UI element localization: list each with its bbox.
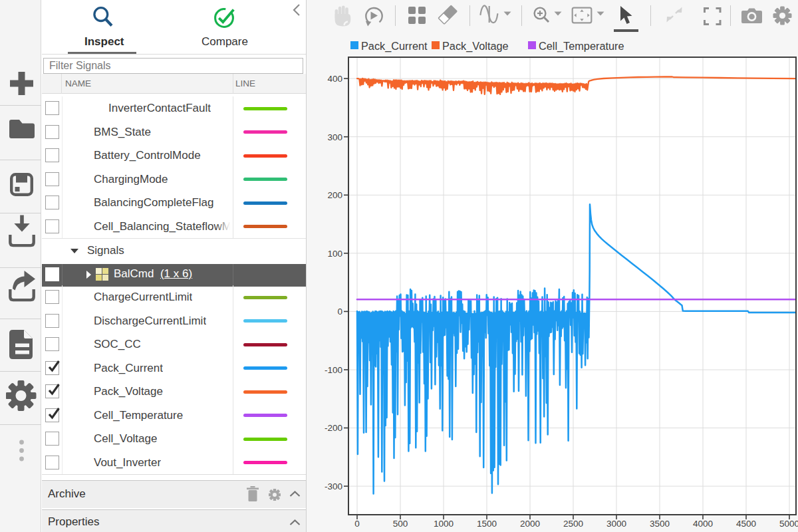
svg-text:-200: -200 <box>325 423 342 433</box>
svg-text:1000: 1000 <box>434 519 454 529</box>
svg-text:2500: 2500 <box>563 519 583 529</box>
svg-text:100: 100 <box>327 249 342 259</box>
svg-text:1500: 1500 <box>477 519 497 529</box>
svg-text:300: 300 <box>327 132 342 142</box>
svg-text:400: 400 <box>327 74 342 84</box>
svg-text:4500: 4500 <box>736 519 756 529</box>
svg-text:0: 0 <box>337 307 342 317</box>
svg-text:200: 200 <box>327 190 342 200</box>
svg-text:500: 500 <box>393 519 408 529</box>
svg-text:-300: -300 <box>325 481 342 491</box>
svg-text:-100: -100 <box>325 365 342 375</box>
svg-text:5000: 5000 <box>779 519 798 529</box>
svg-text:3500: 3500 <box>650 519 670 529</box>
svg-text:2000: 2000 <box>520 519 540 529</box>
svg-text:4000: 4000 <box>693 519 713 529</box>
svg-text:3000: 3000 <box>606 519 626 529</box>
svg-text:0: 0 <box>354 519 360 529</box>
